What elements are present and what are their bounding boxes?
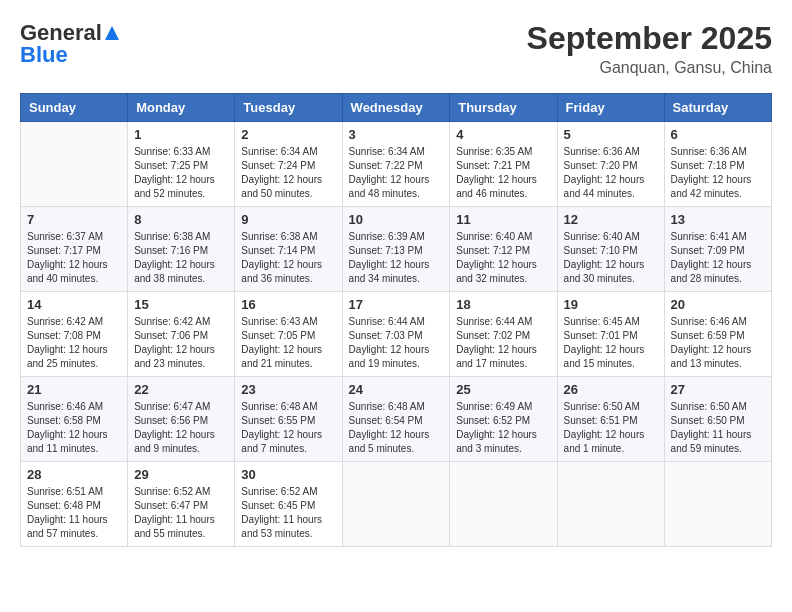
day-info: Sunrise: 6:50 AM Sunset: 6:51 PM Dayligh… [564, 400, 658, 456]
day-number: 5 [564, 127, 658, 142]
calendar-day-cell [450, 462, 557, 547]
calendar-day-cell [21, 122, 128, 207]
calendar-day-cell: 27Sunrise: 6:50 AM Sunset: 6:50 PM Dayli… [664, 377, 771, 462]
calendar-day-cell: 11Sunrise: 6:40 AM Sunset: 7:12 PM Dayli… [450, 207, 557, 292]
day-number: 3 [349, 127, 444, 142]
calendar-day-cell: 10Sunrise: 6:39 AM Sunset: 7:13 PM Dayli… [342, 207, 450, 292]
day-number: 10 [349, 212, 444, 227]
calendar-week-row: 21Sunrise: 6:46 AM Sunset: 6:58 PM Dayli… [21, 377, 772, 462]
day-info: Sunrise: 6:36 AM Sunset: 7:18 PM Dayligh… [671, 145, 765, 201]
day-of-week-header: Wednesday [342, 94, 450, 122]
day-info: Sunrise: 6:40 AM Sunset: 7:12 PM Dayligh… [456, 230, 550, 286]
calendar-day-cell: 19Sunrise: 6:45 AM Sunset: 7:01 PM Dayli… [557, 292, 664, 377]
calendar-day-cell: 26Sunrise: 6:50 AM Sunset: 6:51 PM Dayli… [557, 377, 664, 462]
day-number: 28 [27, 467, 121, 482]
title-block: September 2025 Ganquan, Gansu, China [527, 20, 772, 77]
calendar-day-cell: 22Sunrise: 6:47 AM Sunset: 6:56 PM Dayli… [128, 377, 235, 462]
calendar-day-cell: 6Sunrise: 6:36 AM Sunset: 7:18 PM Daylig… [664, 122, 771, 207]
day-number: 16 [241, 297, 335, 312]
day-number: 4 [456, 127, 550, 142]
day-info: Sunrise: 6:42 AM Sunset: 7:06 PM Dayligh… [134, 315, 228, 371]
calendar-day-cell [342, 462, 450, 547]
day-number: 1 [134, 127, 228, 142]
day-number: 19 [564, 297, 658, 312]
day-number: 27 [671, 382, 765, 397]
day-info: Sunrise: 6:45 AM Sunset: 7:01 PM Dayligh… [564, 315, 658, 371]
day-number: 24 [349, 382, 444, 397]
calendar-day-cell: 21Sunrise: 6:46 AM Sunset: 6:58 PM Dayli… [21, 377, 128, 462]
logo-blue-text: Blue [20, 42, 68, 68]
calendar-day-cell: 14Sunrise: 6:42 AM Sunset: 7:08 PM Dayli… [21, 292, 128, 377]
calendar-day-cell: 9Sunrise: 6:38 AM Sunset: 7:14 PM Daylig… [235, 207, 342, 292]
day-of-week-header: Sunday [21, 94, 128, 122]
page-header: General Blue September 2025 Ganquan, Gan… [20, 20, 772, 77]
svg-marker-0 [105, 26, 119, 40]
day-number: 30 [241, 467, 335, 482]
day-info: Sunrise: 6:50 AM Sunset: 6:50 PM Dayligh… [671, 400, 765, 456]
calendar-day-cell: 7Sunrise: 6:37 AM Sunset: 7:17 PM Daylig… [21, 207, 128, 292]
day-info: Sunrise: 6:42 AM Sunset: 7:08 PM Dayligh… [27, 315, 121, 371]
calendar-table: SundayMondayTuesdayWednesdayThursdayFrid… [20, 93, 772, 547]
day-info: Sunrise: 6:48 AM Sunset: 6:55 PM Dayligh… [241, 400, 335, 456]
day-number: 29 [134, 467, 228, 482]
day-info: Sunrise: 6:40 AM Sunset: 7:10 PM Dayligh… [564, 230, 658, 286]
calendar-day-cell: 8Sunrise: 6:38 AM Sunset: 7:16 PM Daylig… [128, 207, 235, 292]
day-info: Sunrise: 6:46 AM Sunset: 6:58 PM Dayligh… [27, 400, 121, 456]
day-info: Sunrise: 6:36 AM Sunset: 7:20 PM Dayligh… [564, 145, 658, 201]
day-info: Sunrise: 6:52 AM Sunset: 6:47 PM Dayligh… [134, 485, 228, 541]
day-of-week-header: Friday [557, 94, 664, 122]
calendar-week-row: 14Sunrise: 6:42 AM Sunset: 7:08 PM Dayli… [21, 292, 772, 377]
day-info: Sunrise: 6:47 AM Sunset: 6:56 PM Dayligh… [134, 400, 228, 456]
day-number: 17 [349, 297, 444, 312]
day-number: 13 [671, 212, 765, 227]
calendar-day-cell: 29Sunrise: 6:52 AM Sunset: 6:47 PM Dayli… [128, 462, 235, 547]
day-of-week-header: Saturday [664, 94, 771, 122]
day-info: Sunrise: 6:44 AM Sunset: 7:03 PM Dayligh… [349, 315, 444, 371]
day-of-week-header: Thursday [450, 94, 557, 122]
day-number: 26 [564, 382, 658, 397]
day-of-week-header: Monday [128, 94, 235, 122]
day-number: 25 [456, 382, 550, 397]
day-info: Sunrise: 6:33 AM Sunset: 7:25 PM Dayligh… [134, 145, 228, 201]
calendar-header-row: SundayMondayTuesdayWednesdayThursdayFrid… [21, 94, 772, 122]
calendar-day-cell: 13Sunrise: 6:41 AM Sunset: 7:09 PM Dayli… [664, 207, 771, 292]
day-number: 23 [241, 382, 335, 397]
day-number: 18 [456, 297, 550, 312]
day-number: 21 [27, 382, 121, 397]
day-info: Sunrise: 6:35 AM Sunset: 7:21 PM Dayligh… [456, 145, 550, 201]
calendar-day-cell: 5Sunrise: 6:36 AM Sunset: 7:20 PM Daylig… [557, 122, 664, 207]
calendar-day-cell: 2Sunrise: 6:34 AM Sunset: 7:24 PM Daylig… [235, 122, 342, 207]
calendar-day-cell: 23Sunrise: 6:48 AM Sunset: 6:55 PM Dayli… [235, 377, 342, 462]
day-info: Sunrise: 6:34 AM Sunset: 7:22 PM Dayligh… [349, 145, 444, 201]
day-number: 6 [671, 127, 765, 142]
day-info: Sunrise: 6:52 AM Sunset: 6:45 PM Dayligh… [241, 485, 335, 541]
calendar-week-row: 7Sunrise: 6:37 AM Sunset: 7:17 PM Daylig… [21, 207, 772, 292]
day-number: 20 [671, 297, 765, 312]
day-info: Sunrise: 6:48 AM Sunset: 6:54 PM Dayligh… [349, 400, 444, 456]
calendar-day-cell: 24Sunrise: 6:48 AM Sunset: 6:54 PM Dayli… [342, 377, 450, 462]
day-number: 7 [27, 212, 121, 227]
calendar-day-cell: 12Sunrise: 6:40 AM Sunset: 7:10 PM Dayli… [557, 207, 664, 292]
day-info: Sunrise: 6:43 AM Sunset: 7:05 PM Dayligh… [241, 315, 335, 371]
calendar-day-cell: 25Sunrise: 6:49 AM Sunset: 6:52 PM Dayli… [450, 377, 557, 462]
day-of-week-header: Tuesday [235, 94, 342, 122]
day-info: Sunrise: 6:38 AM Sunset: 7:14 PM Dayligh… [241, 230, 335, 286]
month-title: September 2025 [527, 20, 772, 57]
calendar-day-cell: 30Sunrise: 6:52 AM Sunset: 6:45 PM Dayli… [235, 462, 342, 547]
logo: General Blue [20, 20, 122, 68]
day-number: 2 [241, 127, 335, 142]
day-number: 8 [134, 212, 228, 227]
day-number: 12 [564, 212, 658, 227]
calendar-day-cell: 18Sunrise: 6:44 AM Sunset: 7:02 PM Dayli… [450, 292, 557, 377]
calendar-day-cell: 1Sunrise: 6:33 AM Sunset: 7:25 PM Daylig… [128, 122, 235, 207]
day-number: 22 [134, 382, 228, 397]
calendar-day-cell [557, 462, 664, 547]
calendar-day-cell: 20Sunrise: 6:46 AM Sunset: 6:59 PM Dayli… [664, 292, 771, 377]
day-info: Sunrise: 6:37 AM Sunset: 7:17 PM Dayligh… [27, 230, 121, 286]
day-info: Sunrise: 6:39 AM Sunset: 7:13 PM Dayligh… [349, 230, 444, 286]
day-number: 9 [241, 212, 335, 227]
day-info: Sunrise: 6:49 AM Sunset: 6:52 PM Dayligh… [456, 400, 550, 456]
day-number: 15 [134, 297, 228, 312]
day-info: Sunrise: 6:38 AM Sunset: 7:16 PM Dayligh… [134, 230, 228, 286]
location-title: Ganquan, Gansu, China [527, 59, 772, 77]
